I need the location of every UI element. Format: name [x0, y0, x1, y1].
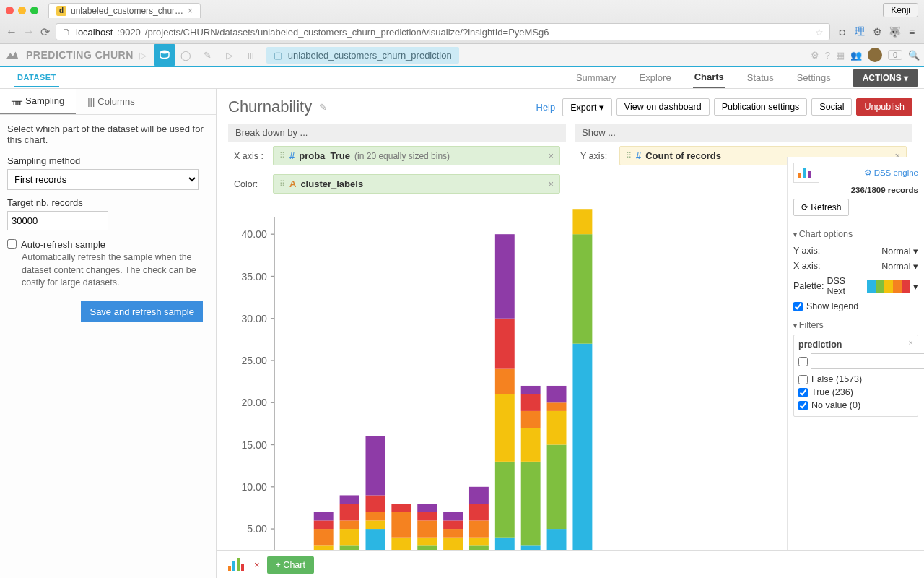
remove-color-icon[interactable]: × [548, 178, 554, 189]
chart-thumbnail[interactable] [227, 557, 247, 573]
show-title: Show ... [575, 124, 912, 142]
favicon-icon: d [56, 6, 66, 16]
flow-icon[interactable]: ◯ [175, 44, 197, 66]
numeric-type-icon: # [636, 150, 641, 161]
svg-text:15.00: 15.00 [242, 439, 267, 451]
palette-caret-icon[interactable]: ▾ [913, 281, 918, 292]
sampling-method-select[interactable]: First records [7, 169, 199, 190]
profile-button[interactable]: Kenji [883, 3, 918, 17]
window-controls[interactable] [6, 7, 38, 14]
auto-refresh-checkbox[interactable] [7, 239, 17, 249]
chart-options-header[interactable]: Chart options [793, 229, 918, 239]
svg-rect-35 [365, 512, 385, 521]
view-dashboard-button[interactable]: View on dashboard [616, 98, 710, 116]
drag-handle-icon[interactable]: ⠿ [626, 151, 632, 160]
project-name[interactable]: PREDICTING CHURN [26, 49, 134, 61]
jobs-icon[interactable]: ▷ [219, 44, 240, 66]
palette-option[interactable]: Palette: DSS Next ▾ [793, 274, 918, 298]
ext-icon-2[interactable]: 理 [853, 25, 866, 38]
svg-rect-57 [469, 520, 489, 537]
show-legend-checkbox[interactable] [793, 302, 803, 311]
drag-handle-icon[interactable]: ⠿ [279, 179, 285, 189]
help-icon[interactable]: ? [825, 50, 830, 61]
forward-icon[interactable]: → [23, 25, 35, 38]
filter-search-input[interactable] [811, 353, 924, 369]
tab-charts[interactable]: Charts [693, 67, 725, 88]
svg-rect-92 [808, 171, 811, 178]
export-button[interactable]: Export ▾ [562, 98, 612, 116]
notification-badge[interactable]: 0 [888, 50, 902, 60]
extension-icons: ◘ 理 ⚙ 🐺 ≡ [836, 25, 918, 38]
svg-rect-61 [495, 462, 515, 538]
svg-rect-64 [495, 319, 515, 369]
filter-option[interactable]: True (236) [798, 386, 913, 399]
svg-rect-73 [547, 445, 567, 530]
svg-rect-40 [391, 512, 411, 538]
search-icon[interactable]: 🔍 [908, 50, 920, 61]
sampling-tab[interactable]: ᚄSampling [0, 89, 76, 114]
menu-icon[interactable]: ≡ [905, 25, 918, 38]
gear-icon[interactable]: ⚙ [811, 50, 819, 61]
dataset-pill[interactable]: ▢ unlabeled_customers_churn_prediction [266, 47, 459, 64]
publication-settings-button[interactable]: Publication settings [714, 98, 808, 116]
svg-rect-37 [365, 436, 385, 496]
x-axis-pill[interactable]: ⠿ # proba_True (in 20 equally sized bins… [273, 146, 560, 165]
address-bar[interactable]: 🗋 localhost:9020/projects/CHURN/datasets… [56, 23, 830, 40]
drag-handle-icon[interactable]: ⠿ [279, 151, 285, 160]
chart-type-icon[interactable] [793, 163, 819, 183]
project-caret-icon[interactable]: ▷ [139, 50, 147, 61]
ext-icon-3[interactable]: ⚙ [871, 25, 884, 38]
minimize-window-icon[interactable] [18, 7, 26, 14]
color-pill[interactable]: ⠿ A cluster_labels × [273, 174, 560, 194]
datasets-icon[interactable] [154, 44, 175, 66]
bookmark-icon[interactable]: ☆ [815, 27, 824, 38]
close-window-icon[interactable] [6, 7, 14, 14]
users-icon[interactable]: 👥 [850, 50, 862, 61]
help-link[interactable]: Help [536, 102, 556, 113]
save-sample-button[interactable]: Save and refresh sample [81, 301, 203, 322]
edit-title-icon[interactable]: ✎ [319, 102, 327, 113]
actions-button[interactable]: ACTIONS ▾ [853, 69, 918, 87]
refresh-button[interactable]: ⟳ Refresh [793, 199, 849, 216]
delete-chart-icon[interactable]: × [254, 559, 260, 570]
y-axis-option[interactable]: Y axis:Normal ▾ [793, 243, 918, 259]
unpublish-button[interactable]: Unpublish [856, 98, 912, 116]
filter-option-checkbox[interactable] [798, 401, 808, 410]
chart-tabs-strip: × + Chart [217, 550, 924, 578]
tab-settings[interactable]: Settings [796, 68, 832, 87]
filter-option[interactable]: No value (0) [798, 399, 913, 412]
x-axis-option[interactable]: X axis:Normal ▾ [793, 259, 918, 274]
remove-filter-icon[interactable]: × [909, 338, 913, 347]
browser-tab[interactable]: d unlabeled_customers_chur… × [48, 3, 201, 18]
back-icon[interactable]: ← [6, 25, 17, 38]
app-logo-icon[interactable] [4, 47, 20, 63]
filter-option[interactable]: False (1573) [798, 373, 913, 386]
filter-option-checkbox[interactable] [798, 388, 808, 397]
dataset-tab-label[interactable]: DATASET [14, 69, 59, 87]
add-chart-button[interactable]: + Chart [267, 556, 314, 574]
svg-text:20.00: 20.00 [242, 397, 267, 408]
apps-icon[interactable]: ▦ [836, 50, 845, 61]
tab-status[interactable]: Status [746, 68, 775, 87]
target-records-input[interactable] [7, 211, 108, 230]
ext-icon-4[interactable]: 🐺 [888, 25, 901, 38]
filter-select-all-checkbox[interactable] [798, 357, 808, 366]
reload-icon[interactable]: ⟳ [40, 25, 50, 39]
social-button[interactable]: Social [811, 98, 852, 116]
color-field-name: cluster_labels [300, 178, 363, 189]
avatar[interactable] [868, 48, 882, 62]
analysis-icon[interactable]: ⫼ [240, 44, 262, 66]
columns-tab[interactable]: |||Columns [76, 89, 146, 114]
close-tab-icon[interactable]: × [188, 6, 193, 16]
notebook-icon[interactable]: ✎ [197, 44, 219, 66]
svg-rect-91 [803, 168, 806, 178]
engine-link[interactable]: ⚙DSS engine [864, 168, 918, 178]
remove-x-icon[interactable]: × [548, 150, 554, 161]
tab-explore[interactable]: Explore [638, 68, 673, 87]
filter-option-checkbox[interactable] [798, 375, 808, 384]
filters-header[interactable]: Filters [793, 320, 918, 330]
maximize-window-icon[interactable] [30, 7, 38, 14]
svg-rect-29 [340, 529, 359, 545]
tab-summary[interactable]: Summary [575, 68, 618, 87]
ext-icon-1[interactable]: ◘ [836, 25, 849, 38]
